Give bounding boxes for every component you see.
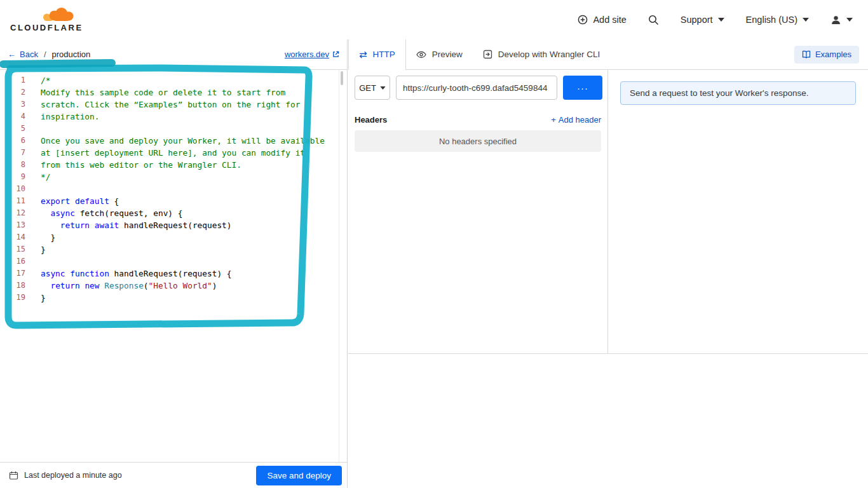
code-line[interactable]: 13 return await handleRequest(request)	[0, 219, 347, 231]
code-line[interactable]: 3scratch. Click the “Examples” button on…	[0, 98, 347, 111]
search-button[interactable]	[648, 15, 659, 25]
line-number: 11	[0, 195, 25, 207]
back-link[interactable]: ← Back	[8, 50, 38, 59]
support-menu[interactable]: Support	[681, 15, 724, 25]
response-hint: Send a request to test your Worker's res…	[620, 81, 856, 105]
code-line[interactable]: 7at [insert deployment URL here], and yo…	[0, 147, 347, 159]
code-text: export default {	[25, 195, 119, 207]
brand-name: CLOUDFLARE	[10, 23, 83, 32]
code-line[interactable]: 15}	[0, 243, 347, 255]
code-text: }	[25, 292, 46, 304]
code-line[interactable]: 6Once you save and deploy your Worker, i…	[0, 135, 347, 147]
code-line[interactable]: 8from this web editor or the Wrangler CL…	[0, 159, 347, 171]
cloudflare-logo[interactable]: CLOUDFLARE	[10, 8, 83, 32]
code-text	[25, 183, 41, 195]
code-line[interactable]: 19}	[0, 292, 347, 304]
search-icon	[648, 15, 659, 25]
code-text: scratch. Click the “Examples” button on …	[25, 98, 300, 111]
line-number: 4	[0, 111, 25, 123]
method-value: GET	[359, 83, 376, 93]
code-line[interactable]: 2Modify this sample code or delete it to…	[0, 86, 347, 98]
back-arrow-icon: ←	[8, 50, 16, 59]
code-line[interactable]: 9*/	[0, 171, 347, 183]
request-url-input[interactable]	[396, 76, 557, 100]
line-number: 8	[0, 159, 25, 171]
line-number: 10	[0, 183, 25, 195]
tab-preview[interactable]: Preview	[406, 39, 473, 69]
top-bar: CLOUDFLARE Add site Support English (US)	[0, 0, 868, 39]
line-number: 2	[0, 86, 25, 98]
wrangler-cli-icon	[483, 50, 492, 59]
tab-wrangler-label: Develop with Wrangler CLI	[498, 50, 600, 59]
code-line[interactable]: 4inspiration.	[0, 111, 347, 123]
workers-dev-link[interactable]: workers.dev	[285, 50, 339, 59]
account-menu[interactable]	[831, 15, 853, 25]
language-menu[interactable]: English (US)	[746, 15, 809, 25]
cloudflare-cloud-icon	[38, 8, 78, 22]
eye-icon	[416, 51, 426, 58]
tab-http[interactable]: ⇄ HTTP	[348, 39, 406, 69]
save-and-deploy-button[interactable]: Save and deploy	[256, 466, 342, 485]
code-line[interactable]: 18 return new Response("Hello World")	[0, 280, 347, 292]
line-number: 6	[0, 135, 25, 147]
chevron-down-icon	[718, 18, 724, 22]
chevron-down-icon	[846, 18, 853, 22]
method-dropdown[interactable]: GET	[355, 76, 390, 100]
code-text: Modify this sample code or delete it to …	[25, 86, 285, 98]
code-text	[25, 255, 41, 268]
deploy-status-text: Last deployed a minute ago	[24, 471, 122, 480]
editor-panel: ← Back / production workers.dev 1/*2Modi…	[0, 39, 348, 488]
add-header-label: Add header	[559, 115, 601, 125]
line-number: 3	[0, 98, 25, 111]
examples-button[interactable]: Examples	[794, 46, 859, 64]
chevron-down-icon	[803, 18, 809, 22]
line-number: 5	[0, 123, 25, 135]
code-text: inspiration.	[25, 111, 99, 123]
code-text: Once you save and deploy your Worker, it…	[25, 135, 325, 147]
code-line[interactable]: 14 }	[0, 231, 347, 243]
line-number: 7	[0, 147, 25, 159]
code-line[interactable]: 1/*	[0, 74, 347, 86]
send-request-button[interactable]: ···	[563, 76, 602, 100]
external-link-icon	[332, 51, 339, 58]
add-header-button[interactable]: + Add header	[551, 115, 601, 125]
add-site-button[interactable]: Add site	[578, 15, 626, 25]
code-text: return await handleRequest(request)	[25, 219, 232, 231]
headers-row: Headers + Add header	[355, 115, 601, 125]
request-panel: ⇄ HTTP Preview Develop with Wrangler CLI	[348, 39, 868, 488]
line-number: 13	[0, 219, 25, 231]
code-text: from this web editor or the Wrangler CLI…	[25, 159, 241, 171]
editor-footer: Last deployed a minute ago Save and depl…	[0, 462, 347, 488]
line-number: 14	[0, 231, 25, 243]
line-number: 16	[0, 255, 25, 268]
workers-dev-label: workers.dev	[285, 50, 329, 59]
add-site-icon	[578, 15, 588, 25]
add-site-label: Add site	[593, 15, 626, 25]
code-line[interactable]: 17async function handleRequest(request) …	[0, 268, 347, 280]
code-line[interactable]: 10	[0, 183, 347, 195]
book-icon	[802, 50, 811, 58]
code-text: async fetch(request, env) {	[25, 207, 182, 219]
code-line[interactable]: 12 async fetch(request, env) {	[0, 207, 347, 219]
tab-wrangler[interactable]: Develop with Wrangler CLI	[473, 39, 610, 69]
deploy-status: Last deployed a minute ago	[9, 471, 122, 480]
line-number: 12	[0, 207, 25, 219]
back-label: Back	[20, 50, 38, 59]
chevron-down-icon	[380, 86, 386, 90]
code-text: async function handleRequest(request) {	[25, 268, 232, 280]
code-line[interactable]: 11export default {	[0, 195, 347, 207]
no-headers-message: No headers specified	[355, 130, 601, 152]
plus-icon: +	[551, 115, 556, 125]
code-editor[interactable]: 1/*2Modify this sample code or delete it…	[0, 70, 347, 462]
code-text: at [insert deployment URL here], and you…	[25, 147, 305, 159]
response-pane: Send a request to test your Worker's res…	[608, 70, 868, 353]
line-number: 9	[0, 171, 25, 183]
editor-scrollbar[interactable]	[341, 71, 343, 85]
headers-title: Headers	[355, 115, 387, 125]
response-section-divider	[348, 353, 868, 354]
calendar-icon	[9, 471, 18, 480]
code-text: }	[25, 243, 46, 255]
code-line[interactable]: 16	[0, 255, 347, 268]
line-number: 15	[0, 243, 25, 255]
code-line[interactable]: 5	[0, 123, 347, 135]
